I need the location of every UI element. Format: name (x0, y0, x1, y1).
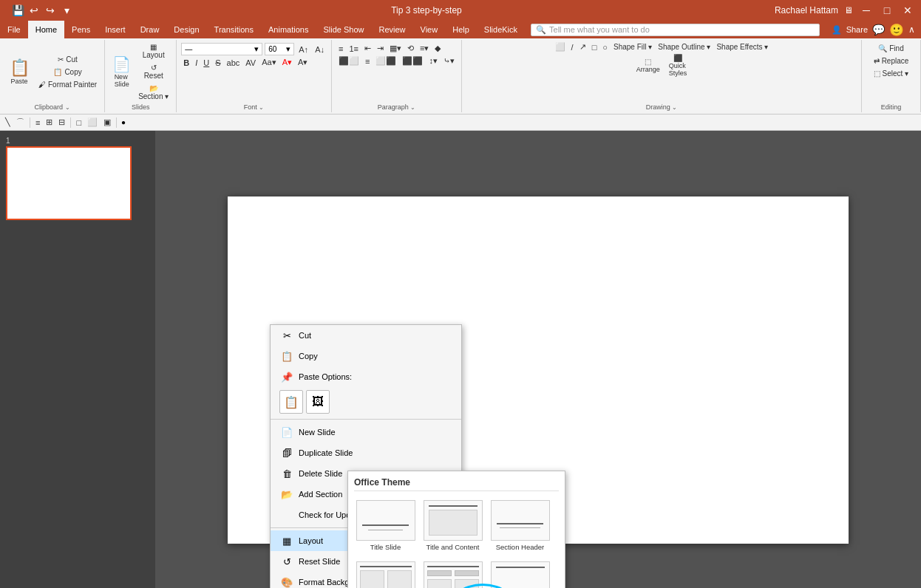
ctx-copy[interactable]: 📋 Copy (271, 346, 461, 366)
tab-help[interactable]: Help (445, 21, 477, 38)
bold-button[interactable]: B (181, 58, 191, 68)
center-button[interactable]: ≡ (363, 56, 372, 66)
numbering-button[interactable]: 1≡ (347, 44, 361, 54)
tab-home[interactable]: Home (28, 21, 64, 38)
draw-tool-6[interactable]: □ (74, 117, 84, 128)
column-button[interactable]: ▦▾ (387, 43, 404, 54)
tab-draw[interactable]: Draw (133, 21, 167, 38)
smartart-button[interactable]: ◆ (432, 43, 443, 54)
search-icon: 🔍 (536, 25, 546, 35)
copy-button[interactable]: 📋Copy (35, 66, 100, 78)
justify-button[interactable]: ⬛⬛ (400, 55, 425, 66)
paste-icon-1[interactable]: 📋 (279, 390, 303, 414)
align-right-button[interactable]: ⬜⬛ (373, 55, 398, 66)
italic-button[interactable]: I (193, 58, 200, 68)
shadow-button[interactable]: abc (225, 58, 242, 68)
find-icon: 🔍 (878, 44, 887, 52)
search-bar[interactable]: 🔍 Tell me what you want to do (531, 24, 820, 36)
select-tool[interactable]: ⬜ (553, 41, 568, 52)
tab-insert[interactable]: Insert (98, 21, 133, 38)
undo-button[interactable]: ↩ (27, 3, 41, 18)
change-case-button[interactable]: Aa▾ (259, 57, 278, 68)
smiley-icon[interactable]: 🙂 (889, 23, 904, 37)
line-spacing-button[interactable]: ↕▾ (426, 55, 440, 66)
draw-tool-4[interactable]: ⊞ (44, 117, 55, 128)
tab-slidekick[interactable]: SlideKick (477, 21, 525, 38)
increase-font-button[interactable]: A↑ (296, 44, 310, 55)
color-selector[interactable]: ● (120, 118, 127, 126)
ribbon-collapse-icon[interactable]: ∧ (908, 24, 915, 35)
shape-fill-button[interactable]: Shape Fill ▾ (611, 42, 654, 52)
slide-thumbnail-1[interactable]: 1 (6, 137, 149, 220)
layout-title-only[interactable]: Title Only (489, 558, 551, 588)
decrease-font-button[interactable]: A↓ (313, 44, 327, 55)
close-button[interactable]: ✕ (900, 3, 915, 18)
section-button[interactable]: 📂 Section ▾ (135, 83, 171, 102)
find-button[interactable]: 🔍 Find (871, 43, 912, 54)
redo-button[interactable]: ↪ (43, 3, 58, 18)
bullets-button[interactable]: ≡ (336, 44, 345, 54)
layout-button[interactable]: ▦ Layout (135, 41, 171, 61)
tab-review[interactable]: Review (371, 21, 412, 38)
customize-qa-button[interactable]: ▾ (59, 3, 74, 18)
layout-section-header[interactable]: Section Header (489, 497, 551, 554)
draw-tool-5[interactable]: ⊟ (56, 117, 67, 128)
layout-comparison[interactable]: Comparison (421, 558, 484, 588)
draw-tool-7[interactable]: ⬜ (85, 117, 100, 128)
strikethrough-button[interactable]: S (213, 58, 222, 68)
tab-design[interactable]: Design (166, 21, 206, 38)
shape-effects-button[interactable]: Shape Effects ▾ (714, 42, 770, 52)
tab-slide-show[interactable]: Slide Show (316, 21, 371, 38)
layout-title-slide[interactable]: Title Slide (354, 497, 417, 554)
format-painter-button[interactable]: 🖌Format Painter (35, 79, 100, 90)
shape-outline-button[interactable]: Shape Outline ▾ (656, 42, 713, 52)
quick-styles-label: QuickStyles (669, 62, 687, 77)
ctx-new-slide[interactable]: 📄 New Slide (271, 422, 461, 442)
slide-image[interactable] (6, 146, 132, 220)
draw-tool-8[interactable]: ▣ (101, 117, 113, 128)
tab-animations[interactable]: Animations (261, 21, 316, 38)
cut-button[interactable]: ✂Cut (35, 54, 100, 65)
tab-file[interactable]: File (0, 21, 28, 38)
arrow-tool[interactable]: ↗ (577, 41, 588, 52)
align-left-button[interactable]: ⬛⬜ (336, 55, 361, 66)
line-tool[interactable]: / (569, 42, 576, 52)
rect-tool[interactable]: □ (590, 42, 599, 52)
new-slide-button[interactable]: 📄 NewSlide (109, 54, 134, 89)
select-button[interactable]: ⬚ Select ▾ (871, 68, 912, 79)
tab-transitions[interactable]: Transitions (207, 21, 261, 38)
tab-view[interactable]: View (413, 21, 446, 38)
draw-tool-2[interactable]: ⌒ (14, 116, 27, 129)
comments-icon[interactable]: 💬 (872, 24, 885, 35)
layout-two-content[interactable]: Two Content (354, 558, 417, 588)
convert-smartart-button[interactable]: ⤷▾ (441, 55, 457, 66)
align-text-button[interactable]: ≡▾ (418, 43, 431, 54)
title-bar: 💾 ↩ ↪ ▾ Tip 3 step-by-step Rachael Hatta… (0, 0, 921, 21)
font-color-button[interactable]: A▾ (280, 57, 294, 68)
underline-button[interactable]: U (201, 58, 211, 68)
paste-icon-2[interactable]: 🖼 (306, 390, 330, 414)
paste-button[interactable]: 📋 Paste (4, 57, 34, 86)
minimize-button[interactable]: ─ (859, 3, 874, 18)
increase-indent-button[interactable]: ⇥ (375, 43, 386, 54)
tab-pens[interactable]: Pens (64, 21, 98, 38)
char-spacing-button[interactable]: AV (243, 58, 258, 68)
decrease-indent-button[interactable]: ⇤ (362, 43, 373, 54)
restore-button[interactable]: □ (880, 3, 894, 18)
font-family-select[interactable]: — ▾ (181, 43, 262, 55)
oval-tool[interactable]: ○ (600, 42, 610, 52)
reset-button[interactable]: ↺ Reset (135, 62, 171, 81)
layout-title-content[interactable]: Title and Content (421, 497, 484, 554)
arrange-button[interactable]: ⬚ Arrange (633, 56, 663, 75)
draw-tool-1[interactable]: ╲ (3, 117, 13, 128)
save-button[interactable]: 💾 (10, 3, 25, 18)
quick-styles-button[interactable]: ⬛ QuickStyles (666, 52, 690, 78)
draw-tool-3[interactable]: ≡ (33, 117, 42, 128)
replace-button[interactable]: ⇄ Replace (871, 55, 912, 66)
share-label[interactable]: Share (846, 25, 868, 34)
ctx-duplicate-slide[interactable]: 🗐 Duplicate Slide (271, 442, 461, 463)
ctx-cut[interactable]: ✂ Cut (271, 325, 461, 346)
highlight-button[interactable]: A▾ (296, 57, 310, 68)
text-direction-button[interactable]: ⟲ (405, 43, 416, 54)
font-size-select[interactable]: 60 ▾ (265, 43, 294, 55)
